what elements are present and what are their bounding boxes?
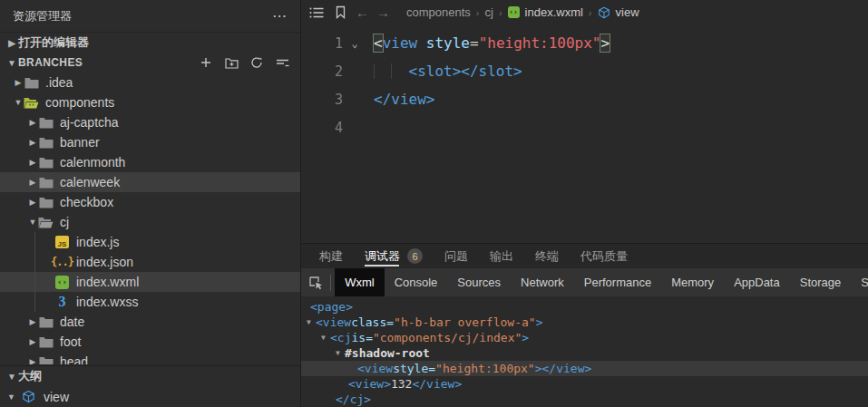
folder-icon [38,175,54,189]
dom-token-tag: ></view> [535,361,592,376]
tree-item-label: cj [60,215,69,229]
dom-token-val: "h-b-bar overflow-a" [394,315,536,330]
chevron-right-icon: ▶ [27,198,38,207]
chevron-right-icon: ▶ [27,118,38,127]
code-line-3[interactable]: 3</view> [301,85,868,113]
cube-symbol-icon [598,6,610,19]
devtools-tab-network[interactable]: Network [511,268,574,296]
chevron-down-icon: ▼ [5,372,18,382]
dom-node-3[interactable]: ▼#shadow-root [301,345,868,361]
expand-triangle-icon[interactable]: ▼ [307,315,316,330]
indent-guide [34,252,35,272]
code-editor[interactable]: 1⌄<view style="height:100px">2<slot></sl… [301,24,868,243]
section-open-editors[interactable]: ▶ 打开的编辑器 [0,33,300,53]
breadcrumb-separator: › [589,7,592,18]
tree-item-index-wxml[interactable]: ‹›index.wxml [0,272,300,292]
collapse-all-icon[interactable] [275,55,289,70]
expand-triangle-icon[interactable]: ▼ [336,345,345,361]
dom-node-6[interactable]: </cj> [301,392,868,407]
tree-item-label: checkbox [60,195,113,209]
devtools-tab-sens[interactable]: Sens [851,268,868,296]
components-folder-icon [24,95,39,110]
bookmark-icon[interactable] [332,5,348,19]
panel-tab-调试器[interactable]: 调试器6 [365,244,423,268]
chevron-right-icon: ▶ [27,337,38,346]
expand-triangle-icon[interactable]: ▼ [321,330,330,345]
code-content: <slot></slot> [366,63,522,80]
tree-item-foot[interactable]: ▶foot [0,332,300,352]
dom-node-5[interactable]: <view>132</view> [301,376,868,392]
dom-token-attr: class= [351,315,394,330]
dom-token-tag: </view> [412,376,462,392]
nav-back-icon[interactable]: ← [356,5,369,20]
inspect-element-icon[interactable] [301,276,330,290]
tree-item-calenmonth[interactable]: ▶calenmonth [0,152,300,172]
chevron-right-icon: ▶ [27,138,38,147]
tree-item-cj[interactable]: ▼cj [0,212,300,232]
breadcrumb-item-cj[interactable]: cj [485,5,493,19]
panel-tab-终端[interactable]: 终端 [535,244,559,268]
panel-tab-输出[interactable]: 输出 [490,244,513,268]
line-number: 2 [301,63,343,80]
tree-item-index-wxss[interactable]: 3index.wxss [0,292,300,312]
debugger-count-badge: 6 [407,248,423,264]
tree-item--idea[interactable]: ▶.idea [0,73,300,92]
new-file-icon[interactable] [199,55,213,70]
panel-tab-代码质量[interactable]: 代码质量 [580,244,628,268]
dom-token-tag: <view> [348,376,391,392]
devtools-tab-memory[interactable]: Memory [661,268,724,296]
outline-section: ▼ 大纲 ▼ view [0,365,300,407]
line-number: 4 [301,120,343,136]
dom-node-1[interactable]: ▼<view class="h-b-bar overflow-a"> [301,315,868,330]
devtools-tab-performance[interactable]: Performance [574,268,661,296]
tree-item-banner[interactable]: ▶banner [0,132,300,152]
nav-forward-icon[interactable]: → [376,5,390,20]
devtools-tab-sources[interactable]: Sources [447,268,511,296]
devtools-tab-wxml[interactable]: Wxml [335,268,385,296]
dom-node-0[interactable]: <page> [301,299,868,315]
new-folder-icon[interactable] [224,55,239,70]
wxml-file-icon: ‹› [54,275,70,289]
tree-item-head[interactable]: ▶head [0,352,300,364]
outline-item-view[interactable]: ▼ view [0,386,300,407]
tree-item-aj-captcha[interactable]: ▶aj-captcha [0,112,300,132]
token-plain: = [470,34,479,52]
tree-item-label: index.json [76,255,133,269]
chevron-right-icon: ▶ [5,38,18,48]
tree-item-calenweek[interactable]: ▶calenweek [0,172,300,192]
tree-item-date[interactable]: ▶date [0,312,300,332]
chevron-down-icon: ▼ [27,218,38,227]
panel-tab-问题[interactable]: 问题 [444,244,468,268]
tree-item-index-json[interactable]: {..}index.json [0,252,300,272]
code-line-4[interactable]: 4 [301,113,868,141]
section-branches[interactable]: ▼ BRANCHES [0,53,300,73]
dom-node-2[interactable]: ▼<cj is="components/cj/index"> [301,330,868,345]
folder-icon [38,334,54,349]
list-icon[interactable] [308,6,325,19]
tree-item-checkbox[interactable]: ▶checkbox [0,192,300,212]
more-actions-icon[interactable]: ⋯ [272,7,288,24]
indent-guide [34,232,35,252]
section-outline[interactable]: ▼ 大纲 [0,365,300,386]
fold-chevron-icon[interactable]: ⌄ [343,37,366,50]
devtools-tab-console[interactable]: Console [385,268,448,296]
breadcrumb-item-file[interactable]: index.wxml [525,5,583,19]
explorer-title: 资源管理器 [13,8,72,24]
breadcrumb-item-symbol[interactable]: view [616,5,639,19]
dom-token-val: "components/cj/index" [373,330,522,345]
devtools-tab-storage[interactable]: Storage [790,268,852,296]
tree-item-index-js[interactable]: JSindex.js [0,232,300,252]
cube-symbol-icon [22,390,38,403]
code-line-2[interactable]: 2<slot></slot> [301,57,868,85]
refresh-icon[interactable] [249,55,264,70]
breadcrumb-item-components[interactable]: components [406,5,471,19]
dom-node-4[interactable]: <view style="height:100px"></view> [301,361,868,376]
code-text: <slot></slot> [374,63,522,80]
devtools-tab-appdata[interactable]: AppData [724,268,790,296]
wxml-dom-tree: <page>▼<view class="h-b-bar overflow-a">… [301,296,868,407]
tree-item-label: index.js [76,235,119,249]
tree-item-components[interactable]: ▼components [0,92,300,112]
panel-tab-构建[interactable]: 构建 [319,244,343,268]
code-line-1[interactable]: 1⌄<view style="height:100px"> [301,29,868,57]
token-plain [417,34,426,52]
